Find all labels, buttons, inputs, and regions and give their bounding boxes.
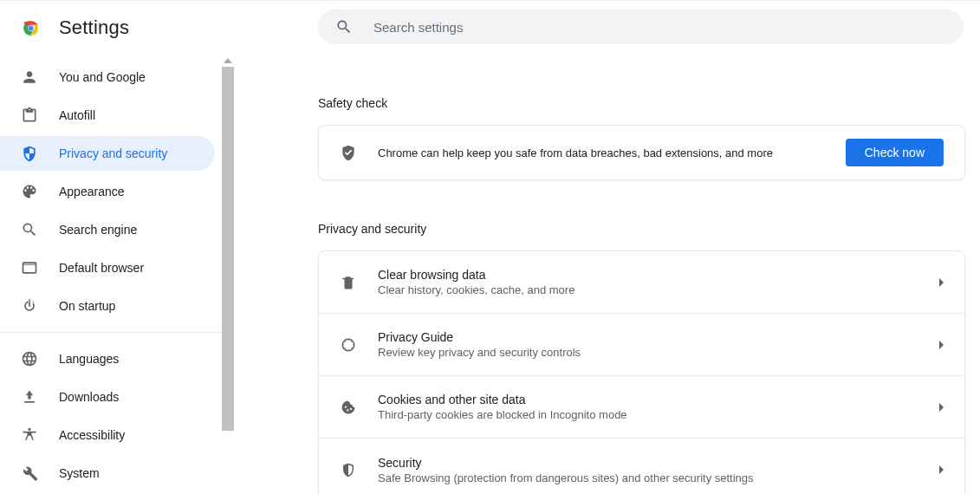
- safety-check-text: Chrome can help keep you safe from data …: [378, 146, 825, 159]
- row-subtitle: Safe Browsing (protection from dangerous…: [378, 471, 939, 484]
- sidebar: Settings You and Google Autofill Privacy…: [0, 0, 234, 494]
- row-security[interactable]: Security Safe Browsing (protection from …: [319, 439, 964, 494]
- scrollbar[interactable]: [222, 55, 234, 494]
- row-subtitle: Third-party cookies are blocked in Incog…: [378, 408, 939, 421]
- cookie-icon: [340, 399, 357, 416]
- search-icon: [21, 221, 38, 238]
- sidebar-item-default-browser[interactable]: Default browser: [0, 250, 215, 285]
- download-icon: [21, 388, 38, 406]
- main-content: Safety check Chrome can help keep you sa…: [234, 0, 980, 494]
- sidebar-item-label: Privacy and security: [59, 146, 167, 160]
- row-cookies[interactable]: Cookies and other site data Third-party …: [319, 376, 964, 439]
- svg-point-3: [342, 339, 354, 351]
- row-privacy-guide[interactable]: Privacy Guide Review key privacy and sec…: [319, 314, 964, 376]
- sidebar-item-label: Autofill: [59, 108, 95, 122]
- search-input[interactable]: [373, 20, 946, 35]
- nav-list-secondary: Languages Downloads Accessibility System: [0, 341, 222, 491]
- row-title: Privacy Guide: [378, 330, 939, 344]
- sidebar-item-label: Appearance: [59, 185, 125, 198]
- row-title: Cookies and other site data: [378, 393, 939, 406]
- scroll-up-arrow-icon[interactable]: [222, 55, 234, 67]
- sidebar-item-label: System: [59, 466, 100, 480]
- search-icon: [335, 18, 353, 36]
- row-title: Clear browsing data: [378, 268, 939, 282]
- trash-icon: [340, 274, 357, 291]
- power-icon: [21, 297, 38, 315]
- chrome-logo-icon: [20, 17, 42, 39]
- sidebar-item-label: Search engine: [59, 223, 137, 237]
- sidebar-item-appearance[interactable]: Appearance: [0, 174, 215, 209]
- chevron-right-icon: [939, 403, 944, 412]
- sidebar-item-autofill[interactable]: Autofill: [0, 98, 215, 133]
- sidebar-item-label: Downloads: [59, 390, 119, 404]
- clipboard-icon: [21, 107, 38, 124]
- sidebar-item-you-and-google[interactable]: You and Google: [0, 60, 215, 94]
- chevron-right-icon: [939, 341, 944, 349]
- sidebar-item-search-engine[interactable]: Search engine: [0, 212, 215, 247]
- sidebar-item-on-startup[interactable]: On startup: [0, 289, 215, 323]
- sidebar-item-label: You and Google: [59, 70, 146, 84]
- scrollbar-thumb[interactable]: [222, 67, 234, 431]
- row-subtitle: Clear history, cookies, cache, and more: [378, 283, 939, 296]
- sidebar-item-label: Languages: [59, 352, 119, 366]
- row-clear-browsing-data[interactable]: Clear browsing data Clear history, cooki…: [319, 251, 964, 314]
- chevron-right-icon: [939, 465, 944, 474]
- compass-icon: [340, 336, 357, 354]
- nav-list: You and Google Autofill Privacy and secu…: [0, 55, 222, 323]
- sidebar-header: Settings: [0, 1, 234, 55]
- sidebar-item-system[interactable]: System: [0, 456, 215, 491]
- page-title: Settings: [59, 16, 129, 39]
- security-shield-icon: [340, 461, 357, 478]
- check-now-button[interactable]: Check now: [846, 139, 944, 166]
- svg-point-2: [29, 25, 33, 29]
- browser-icon: [21, 259, 38, 276]
- chevron-right-icon: [939, 278, 944, 287]
- wrench-icon: [21, 465, 38, 482]
- sidebar-item-label: On startup: [59, 299, 115, 313]
- section-title-privacy: Privacy and security: [318, 222, 980, 236]
- sidebar-item-languages[interactable]: Languages: [0, 341, 215, 376]
- sidebar-item-downloads[interactable]: Downloads: [0, 380, 215, 414]
- privacy-list: Clear browsing data Clear history, cooki…: [318, 250, 965, 494]
- globe-icon: [21, 350, 38, 367]
- shield-icon: [21, 145, 38, 162]
- shield-check-icon: [340, 144, 357, 161]
- accessibility-icon: [21, 426, 38, 444]
- row-subtitle: Review key privacy and security controls: [378, 346, 939, 359]
- sidebar-item-label: Accessibility: [59, 428, 125, 442]
- person-icon: [21, 68, 38, 86]
- safety-check-card: Chrome can help keep you safe from data …: [318, 125, 965, 180]
- nav-divider: [0, 332, 222, 333]
- palette-icon: [21, 183, 38, 200]
- section-title-safety: Safety check: [318, 96, 980, 110]
- sidebar-item-accessibility[interactable]: Accessibility: [0, 418, 215, 452]
- sidebar-item-label: Default browser: [59, 261, 144, 275]
- sidebar-item-privacy-security[interactable]: Privacy and security: [0, 136, 215, 171]
- row-title: Security: [378, 456, 939, 470]
- search-bar[interactable]: [318, 10, 964, 44]
